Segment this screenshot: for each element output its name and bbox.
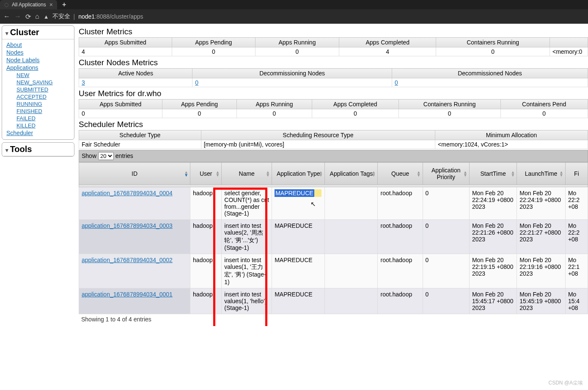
- th-sched-min[interactable]: Minimum Allocation: [435, 130, 588, 140]
- th-decomm-nodes[interactable]: Decommissioning Nodes: [192, 69, 392, 78]
- th-u-pending[interactable]: Apps Pending: [162, 100, 236, 109]
- forward-button[interactable]: →: [14, 13, 21, 20]
- browser-chrome: ◌ All Applications × + ← → ⟳ ⌂ ▲ 不安全 | n…: [0, 0, 588, 24]
- nav-state-new[interactable]: NEW: [16, 72, 74, 79]
- selected-text: MAPREDUCE: [275, 189, 314, 197]
- entries-select[interactable]: 20: [98, 152, 114, 160]
- td-containers-running: 0: [436, 47, 550, 56]
- url-path: :8088/cluster/apps: [95, 13, 143, 20]
- th-u-running[interactable]: Apps Running: [237, 100, 312, 109]
- app-link[interactable]: application_1676878994034_0002: [82, 257, 173, 263]
- entries-bar: Show 20 entries: [79, 150, 588, 162]
- td-apps-pending: 0: [172, 47, 255, 56]
- nav-state-finished[interactable]: FINISHED: [16, 108, 74, 115]
- app-link[interactable]: application_1676878994034_0004: [82, 190, 173, 196]
- th-apptags[interactable]: Application Tags▲▼: [325, 163, 378, 185]
- cell-user: hadoop: [190, 187, 222, 220]
- th-active-nodes[interactable]: Active Nodes: [79, 69, 192, 78]
- back-button[interactable]: ←: [3, 13, 10, 20]
- th-name[interactable]: Name▲▼: [222, 163, 272, 185]
- th-apps-running[interactable]: Apps Running: [255, 38, 339, 47]
- th-u-submitted[interactable]: Apps Submitted: [79, 100, 162, 109]
- th-apps-pending[interactable]: Apps Pending: [172, 38, 255, 47]
- show-label: Show: [82, 152, 96, 159]
- cell-type: MAPREDUCE: [272, 254, 325, 288]
- td-active-nodes: 3: [79, 78, 192, 87]
- cell-id: application_1676878994034_0001: [79, 288, 190, 314]
- th-user[interactable]: User▲▼: [190, 163, 222, 185]
- app-link[interactable]: application_1676878994034_0003: [82, 222, 173, 229]
- th-containers-running[interactable]: Containers Running: [436, 38, 550, 47]
- th-id[interactable]: ID▲▼: [79, 163, 190, 185]
- nav-state-killed[interactable]: KILLED: [16, 122, 74, 129]
- cell-launch: Mon Feb 20 22:19:16 +0800 2023: [517, 254, 566, 288]
- nav-state-failed[interactable]: FAILED: [16, 115, 74, 122]
- th-apptype[interactable]: Application Type▲▼: [272, 163, 325, 185]
- cell-fin: Mo 22:2 +08: [565, 220, 588, 254]
- th-sched-type[interactable]: Scheduler Type: [79, 130, 201, 140]
- nav-state-accepted[interactable]: ACCEPTED: [16, 93, 74, 100]
- link-decomm-nodes[interactable]: 0: [195, 79, 198, 86]
- cell-user: hadoop: [190, 254, 222, 288]
- cell-priority: 0: [423, 254, 469, 288]
- app-link[interactable]: application_1676878994034_0001: [82, 291, 173, 298]
- link-decommissioned-nodes[interactable]: 0: [395, 79, 398, 86]
- th-priority[interactable]: Application Priority▲▼: [423, 163, 469, 185]
- nav-state-submitted[interactable]: SUBMITTED: [16, 86, 74, 93]
- td-apps-running: 0: [255, 47, 339, 56]
- td-u-completed: 0: [312, 109, 398, 118]
- td-u-pending: 0: [162, 109, 236, 118]
- th-queue[interactable]: Queue▲▼: [378, 163, 423, 185]
- th-apps-submitted[interactable]: Apps Submitted: [79, 38, 172, 47]
- tools-title[interactable]: Tools: [2, 143, 74, 156]
- cell-type: MAPREDUCE: [272, 220, 325, 254]
- th-u-crun[interactable]: Containers Running: [398, 100, 500, 109]
- th-apps-completed[interactable]: Apps Completed: [339, 38, 436, 47]
- home-button[interactable]: ⌂: [35, 13, 39, 20]
- cell-fin: Mo 22:2 +08: [565, 187, 588, 220]
- nav-state-new-saving[interactable]: NEW_SAVING: [16, 79, 74, 86]
- th-u-completed[interactable]: Apps Completed: [312, 100, 398, 109]
- table-row: application_1676878994034_0001hadoopinse…: [79, 288, 588, 314]
- cell-priority: 0: [423, 220, 469, 254]
- th-launch[interactable]: LaunchTime▲▼: [517, 163, 566, 185]
- tab-title: All Applications: [12, 2, 46, 8]
- section-scheduler-metrics: Scheduler Metrics: [79, 120, 588, 129]
- nav-about[interactable]: About: [6, 41, 74, 49]
- td-sched-type: Fair Scheduler: [79, 140, 201, 149]
- td-decomm-nodes: 0: [192, 78, 392, 87]
- cell-queue: root.hadoop: [378, 254, 423, 288]
- th-sched-res[interactable]: Scheduling Resource Type: [201, 130, 435, 140]
- th-u-cpend[interactable]: Containers Pend: [500, 100, 588, 109]
- nav-nodes[interactable]: Nodes: [6, 49, 74, 56]
- link-active-nodes[interactable]: 3: [82, 79, 85, 86]
- cluster-box: Cluster About Nodes Node Labels Applicat…: [2, 25, 74, 140]
- th-decommissioned-nodes[interactable]: Decommissioned Nodes: [392, 69, 588, 78]
- cell-user: hadoop: [190, 220, 222, 254]
- cell-start: Mon Feb 20 22:19:15 +0800 2023: [469, 254, 517, 288]
- cell-launch: Mon Feb 20 22:21:27 +0800 2023: [517, 220, 566, 254]
- content: Cluster Metrics Apps Submitted Apps Pend…: [76, 24, 588, 326]
- url-box[interactable]: ▲ 不安全 | node1:8088/cluster/apps: [44, 13, 585, 20]
- new-tab-button[interactable]: +: [62, 1, 66, 8]
- close-icon[interactable]: ×: [49, 1, 53, 8]
- th-fin[interactable]: Fi: [565, 163, 588, 185]
- nav-state-running[interactable]: RUNNING: [16, 100, 74, 108]
- nav-applications[interactable]: Applications: [6, 64, 74, 72]
- section-cluster-metrics: Cluster Metrics: [79, 27, 588, 36]
- cell-name: insert into test values(1, '王力宏', '男') (…: [222, 254, 272, 288]
- cell-type: MAPREDUCE: [272, 288, 325, 314]
- nav-scheduler[interactable]: Scheduler: [6, 129, 74, 137]
- th-start[interactable]: StartTime▲▼: [469, 163, 517, 185]
- cell-id: application_1676878994034_0003: [79, 220, 190, 254]
- nav-node-labels[interactable]: Node Labels: [6, 56, 74, 64]
- tab-bar: ◌ All Applications × +: [0, 0, 588, 9]
- cluster-title[interactable]: Cluster: [2, 26, 74, 39]
- td-sched-res: [memory-mb (unit=Mi), vcores]: [201, 140, 435, 149]
- cell-start: Mon Feb 20 22:21:26 +0800 2023: [469, 220, 517, 254]
- browser-tab[interactable]: ◌ All Applications ×: [0, 0, 57, 9]
- scheduler-metrics-table: Scheduler Type Scheduling Resource Type …: [79, 130, 588, 149]
- cursor-icon: ↖: [310, 200, 316, 208]
- user-metrics-table: Apps Submitted Apps Pending Apps Running…: [79, 99, 588, 118]
- reload-button[interactable]: ⟳: [25, 13, 31, 21]
